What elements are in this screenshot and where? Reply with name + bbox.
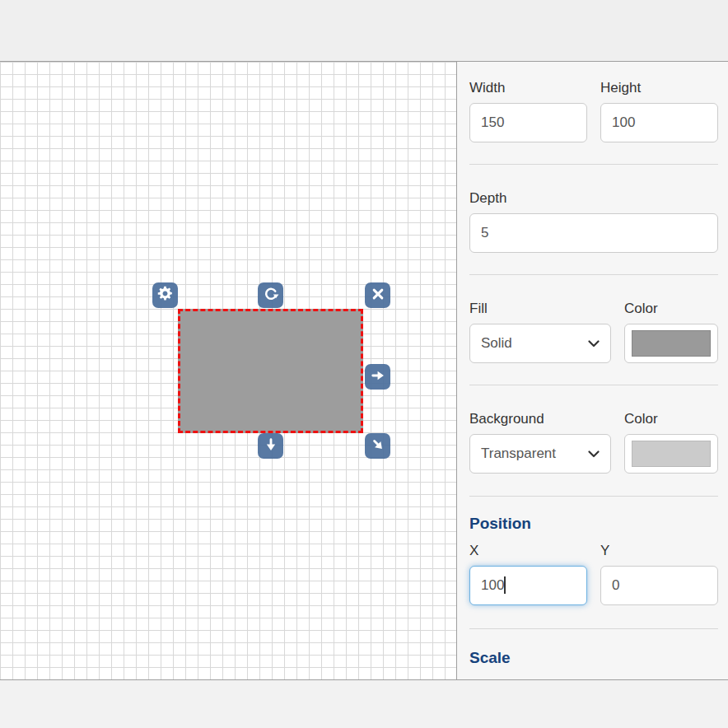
bottom-bar [0,679,728,728]
fill-color-swatch-inner [632,330,711,357]
chevron-down-icon [588,446,600,462]
text-caret [504,576,506,594]
fill-color-swatch[interactable] [624,324,718,363]
arrow-down-icon [263,436,279,456]
width-label: Width [469,80,587,96]
top-toolbar [0,0,728,62]
gear-icon [156,285,174,306]
scale-heading: Scale [469,649,718,667]
depth-label: Depth [469,190,718,207]
selected-rectangle[interactable] [178,309,363,433]
background-select-value: Transparent [481,446,556,462]
chevron-down-icon [588,335,600,352]
rotate-handle-button[interactable] [258,282,283,308]
position-y-input[interactable] [600,566,718,605]
height-label: Height [600,80,718,96]
fill-label: Fill [469,301,611,317]
drawing-canvas[interactable] [0,62,457,679]
properties-panel: Width Height Depth Fill Color Solid Back… [457,62,728,679]
move-right-handle-button[interactable] [365,364,390,390]
settings-handle-button[interactable] [152,282,178,308]
background-label: Background [469,411,611,427]
background-color-label: Color [624,411,718,427]
position-y-label: Y [600,543,718,559]
width-input[interactable] [469,103,587,142]
move-down-handle-button[interactable] [258,433,283,459]
position-x-wrap [469,566,587,605]
position-x-label: X [469,543,587,559]
delete-handle-button[interactable] [365,282,390,308]
background-color-swatch[interactable] [624,434,718,474]
fill-color-label: Color [624,301,718,317]
position-x-input[interactable] [469,566,587,605]
fill-select[interactable]: Solid [469,324,611,363]
arrow-diagonal-icon [370,436,386,456]
separator [469,274,718,275]
position-heading: Position [469,515,718,533]
background-select[interactable]: Transparent [469,434,611,474]
close-icon [370,286,386,306]
separator [469,164,718,165]
arrow-right-icon [370,367,386,387]
separator [469,385,718,385]
height-input[interactable] [600,103,718,142]
separator [469,628,718,629]
resize-diagonal-handle-button[interactable] [365,433,390,459]
fill-select-value: Solid [481,335,512,352]
separator [469,496,718,497]
background-color-swatch-inner [632,441,711,467]
rotate-clockwise-icon [263,286,279,306]
depth-input[interactable] [469,213,718,253]
